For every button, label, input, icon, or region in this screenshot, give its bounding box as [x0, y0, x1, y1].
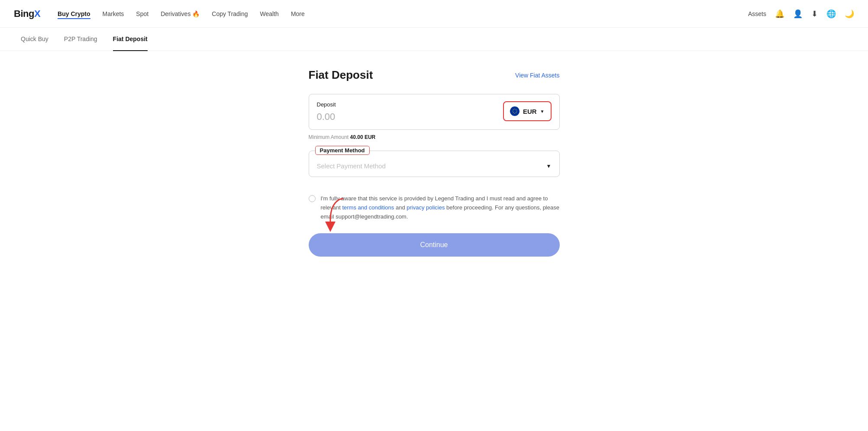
payment-method-placeholder: Select Payment Method [317, 162, 386, 170]
main-nav: Buy Crypto Markets Spot Derivatives 🔥 Co… [58, 9, 748, 19]
user-icon[interactable]: 👤 [793, 9, 803, 19]
min-amount-text: Minimum Amount 40.00 EUR [309, 134, 560, 140]
globe-icon[interactable]: 🌐 [826, 9, 836, 19]
svg-point-6 [513, 113, 514, 113]
form-title: Fiat Deposit [309, 68, 373, 82]
min-amount-value: 40.00 EUR [350, 134, 376, 140]
logo-accent: X [34, 8, 40, 19]
bell-icon[interactable]: 🔔 [775, 9, 784, 19]
sub-tabs: Quick Buy P2P Trading Fiat Deposit [0, 28, 868, 51]
payment-method-box[interactable]: Payment Method Select Payment Method ▼ [309, 151, 560, 177]
currency-selector[interactable]: EUR ▼ [503, 101, 552, 121]
continue-wrapper: Continue [309, 233, 560, 257]
payment-method-label: Payment Method [315, 146, 370, 155]
nav-item-derivatives[interactable]: Derivatives 🔥 [161, 9, 200, 19]
fiat-deposit-form: Fiat Deposit View Fiat Assets Deposit 0.… [309, 68, 560, 257]
view-fiat-assets-link[interactable]: View Fiat Assets [515, 72, 559, 79]
svg-point-5 [514, 113, 515, 114]
privacy-policy-link[interactable]: privacy policies [407, 204, 445, 211]
eur-flag-icon [510, 106, 520, 116]
form-header: Fiat Deposit View Fiat Assets [309, 68, 560, 82]
consent-text: I'm fully aware that this service is pro… [321, 194, 560, 221]
header: BingX Buy Crypto Markets Spot Derivative… [0, 0, 868, 28]
svg-point-3 [516, 111, 517, 112]
consent-row: I'm fully aware that this service is pro… [309, 194, 560, 221]
currency-label: EUR [523, 108, 537, 115]
tab-quick-buy[interactable]: Quick Buy [21, 28, 48, 51]
nav-item-copy-trading[interactable]: Copy Trading [212, 9, 248, 19]
logo[interactable]: BingX [14, 8, 40, 19]
header-right: Assets 🔔 👤 ⬇ 🌐 🌙 [748, 9, 854, 19]
svg-point-8 [513, 109, 514, 110]
main-content: Fiat Deposit View Fiat Assets Deposit 0.… [0, 51, 868, 274]
deposit-box: Deposit 0.00 [309, 94, 560, 130]
nav-item-markets[interactable]: Markets [103, 9, 124, 19]
continue-button[interactable]: Continue [309, 233, 560, 257]
nav-item-buy-crypto[interactable]: Buy Crypto [58, 9, 90, 19]
svg-point-7 [513, 111, 513, 112]
nav-item-spot[interactable]: Spot [136, 9, 148, 19]
deposit-amount-input[interactable]: 0.00 [317, 111, 336, 122]
svg-point-4 [516, 113, 516, 113]
consent-radio[interactable] [309, 195, 316, 202]
svg-point-2 [516, 109, 516, 110]
tab-p2p-trading[interactable]: P2P Trading [64, 28, 97, 51]
payment-caret-icon: ▼ [546, 163, 552, 169]
assets-link[interactable]: Assets [748, 10, 766, 17]
download-icon[interactable]: ⬇ [811, 9, 818, 19]
currency-caret-icon: ▼ [540, 109, 545, 114]
deposit-label: Deposit [317, 101, 336, 108]
nav-item-more[interactable]: More [291, 9, 305, 19]
nav-item-wealth[interactable]: Wealth [260, 9, 279, 19]
tab-fiat-deposit[interactable]: Fiat Deposit [113, 28, 148, 51]
svg-point-1 [514, 109, 515, 109]
dark-mode-icon[interactable]: 🌙 [845, 9, 854, 19]
payment-select-row[interactable]: Select Payment Method ▼ [317, 158, 552, 170]
terms-conditions-link[interactable]: terms and conditions [342, 204, 394, 211]
deposit-left: Deposit 0.00 [317, 101, 336, 122]
